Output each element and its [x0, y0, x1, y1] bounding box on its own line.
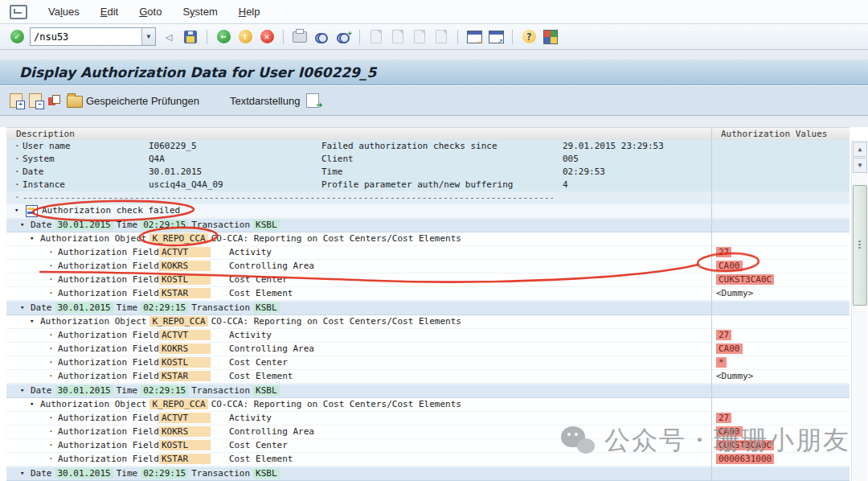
auth-object-label: Authorization Object — [40, 233, 146, 244]
customize-layout-button[interactable] — [542, 28, 559, 46]
help-button[interactable]: ? — [520, 28, 538, 46]
menu-bar: Values Edit Goto System Help — [0, 0, 868, 24]
info-value: 30.01.2015 — [149, 166, 202, 177]
bullet: · — [48, 454, 54, 464]
auth-value: <Dummy> — [716, 371, 753, 381]
auth-field-row: · Authorization Field KSTAR Cost Element… — [6, 287, 850, 301]
exit-button[interactable]: ↑ — [236, 28, 254, 46]
collapse-arrow-icon[interactable]: ▾ — [20, 220, 24, 230]
back-button[interactable]: ◁ — [160, 28, 178, 46]
transaction-value: KSBL — [253, 385, 280, 396]
auth-field-label: Authorization Field — [58, 426, 159, 437]
expand-all-button[interactable]: + — [10, 93, 23, 108]
first-page-icon — [371, 30, 382, 43]
collapse-arrow-icon[interactable]: ▾ — [30, 316, 34, 327]
save-button[interactable] — [182, 28, 199, 46]
info-label2: Client — [321, 154, 354, 164]
auth-object-code: K_REPO_CCA — [149, 233, 207, 244]
auth-field-desc: Activity — [229, 413, 272, 423]
auth-object-code: K_REPO_CCA — [149, 316, 207, 327]
collapse-arrow-icon[interactable]: ▾ — [20, 385, 24, 396]
toolbar-separator — [457, 30, 458, 44]
info-row-instance: · Instance usciq4a_Q4A_09 Profile parame… — [6, 179, 850, 191]
auth-field-label: Authorization Field — [58, 343, 159, 354]
previous-page-button[interactable] — [389, 28, 407, 46]
info-value2: 005 — [563, 154, 579, 164]
date-label: Date — [31, 220, 52, 230]
auth-object-label: Authorization Object — [40, 316, 146, 327]
system-menu-icon[interactable] — [10, 5, 27, 19]
saved-checks-button[interactable]: Gespeicherte Prüfungen — [67, 93, 199, 108]
create-shortcut-icon — [489, 31, 504, 43]
bullet: · — [14, 166, 20, 177]
auth-object-row: ▾ Authorization Object K_REPO_CCA CO-CCA… — [6, 398, 850, 412]
collapse-arrow-icon[interactable]: ▾ — [30, 399, 34, 409]
first-page-button[interactable] — [367, 28, 385, 46]
exit-arrow-icon: ↑ — [239, 30, 252, 43]
scrollbar-thumb[interactable] — [853, 185, 867, 306]
collapse-arrow-icon[interactable]: ▾ — [20, 302, 24, 313]
find-icon — [315, 32, 328, 42]
menu-help[interactable]: Help — [239, 6, 260, 18]
text-display-label: Textdarstellung — [230, 95, 300, 107]
bullet: · — [14, 141, 20, 151]
standard-toolbar: ✓ ▼ ◁ ← ↑ ✕ + ? — [0, 24, 868, 50]
transaction-label: Transaction — [191, 468, 250, 479]
vertical-scrollbar[interactable]: ▲ ▼ — [851, 140, 867, 481]
collapse-arrow-icon[interactable]: ▾ — [20, 468, 24, 479]
time-value: 02:29:15 — [141, 385, 188, 396]
menu-edit[interactable]: Edit — [100, 6, 118, 18]
time-value: 02:29:15 — [141, 220, 188, 230]
auth-field-label: Authorization Field — [58, 454, 159, 464]
menu-values[interactable]: Values — [48, 6, 80, 18]
back-f3-button[interactable]: ← — [215, 28, 232, 46]
bullet: · — [48, 343, 54, 354]
auth-field-desc: Cost Element — [229, 371, 293, 381]
info-row-system: · System Q4A Client 005 — [6, 153, 850, 166]
find-next-button[interactable]: + — [334, 28, 352, 46]
collapse-arrow-icon[interactable]: ▾ — [30, 233, 34, 244]
auth-field-code: KOSTL — [159, 274, 211, 285]
command-field-box: ▼ — [30, 27, 156, 46]
toolbar-separator — [512, 30, 513, 44]
info-label: System — [23, 154, 55, 164]
auth-field-row: · Authorization Field KOSTL Cost Center … — [6, 356, 850, 370]
auth-field-desc: Activity — [229, 330, 272, 340]
auth-field-row: · Authorization Field ACTVT Activity 27 — [6, 246, 850, 260]
enter-button[interactable]: ✓ — [8, 28, 26, 46]
command-dropdown-icon[interactable]: ▼ — [141, 28, 155, 45]
scroll-up-icon[interactable]: ▲ — [853, 142, 867, 157]
bullet: · — [14, 192, 20, 203]
toolbar-separator — [359, 30, 360, 44]
new-session-icon — [467, 31, 482, 43]
text-display-button[interactable]: Textdarstellung — [230, 95, 300, 107]
next-page-button[interactable] — [411, 28, 428, 46]
auth-field-code: ACTVT — [159, 330, 211, 340]
export-button[interactable] — [306, 93, 319, 108]
command-field[interactable] — [31, 30, 141, 43]
scroll-down-icon[interactable]: ▼ — [853, 158, 867, 173]
menu-system[interactable]: System — [182, 6, 217, 18]
collapse-arrow-icon[interactable]: ▾ — [14, 205, 18, 216]
last-page-icon — [436, 30, 447, 43]
time-label: Time — [117, 220, 138, 230]
create-shortcut-button[interactable] — [487, 28, 505, 46]
find-button[interactable] — [313, 28, 330, 46]
print-button[interactable] — [291, 28, 309, 46]
last-page-button[interactable] — [432, 28, 450, 46]
auth-field-label: Authorization Field — [58, 371, 159, 381]
cancel-button[interactable]: ✕ — [258, 28, 276, 46]
auth-field-label: Authorization Field — [58, 274, 159, 285]
transaction-value: KSBL — [253, 468, 280, 479]
auth-field-code: ACTVT — [159, 413, 211, 423]
menu-goto[interactable]: Goto — [139, 6, 162, 18]
switch-display-button[interactable] — [48, 95, 60, 107]
auth-field-row: · Authorization Field ACTVT Activity 27 — [6, 329, 850, 343]
info-value: Q4A — [149, 154, 165, 164]
auth-value: * — [716, 357, 727, 368]
auth-field-label: Authorization Field — [58, 288, 159, 298]
collapse-all-button[interactable]: − — [29, 93, 42, 108]
root-node-label: Authorization check failed — [42, 205, 180, 216]
collapse-all-icon: − — [29, 93, 42, 108]
new-session-button[interactable] — [465, 28, 483, 46]
